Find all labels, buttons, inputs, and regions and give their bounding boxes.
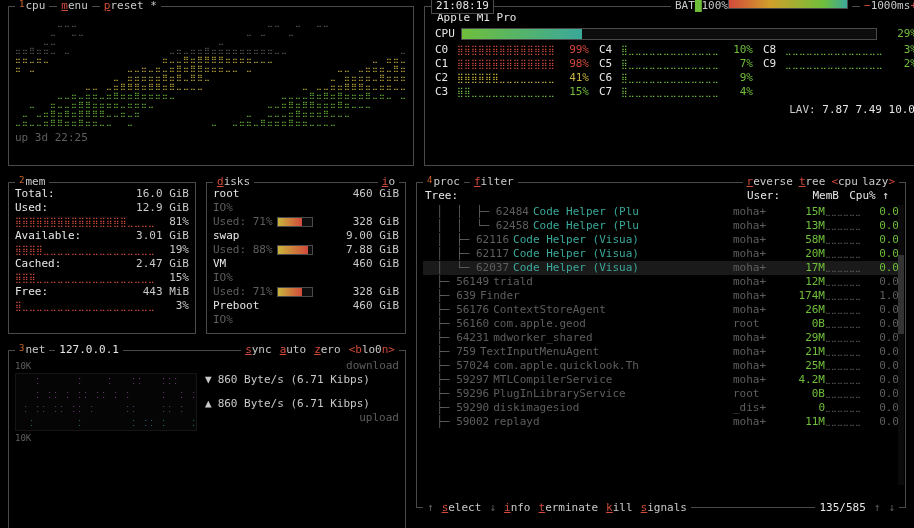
proc-index: 4 bbox=[427, 173, 432, 187]
disks-hotkey[interactable]: d bbox=[217, 175, 224, 189]
mem-bar: ⣿⣿⣿⣿⣀⣀⣀⣀⣀⣀⣀⣀⣀⣀⣀⣀⣀⣀⣀⣀19% bbox=[15, 243, 189, 257]
proc-row[interactable]: │ │ ├─ 62484Code Helper (Plumoha+15M⣀⣀⣀⣀… bbox=[423, 205, 899, 219]
proc-row[interactable]: ├─ 56160com.apple.geodroot0B⣀⣀⣀⣀⣀⣀0.0 bbox=[423, 317, 899, 331]
core-row: C5⣿⣀⣀⣀⣀⣀⣀⣀⣀⣀⣀⣀⣀⣀7% bbox=[599, 57, 753, 71]
battery-pct: 100% bbox=[702, 0, 729, 13]
proc-scroll-thumb[interactable] bbox=[898, 255, 904, 333]
mem-bar: ⣿⣿⣿⣀⣀⣀⣀⣀⣀⣀⣀⣀⣀⣀⣀⣀⣀⣀⣀⣀15% bbox=[15, 271, 189, 285]
proc-row[interactable]: ├─ 59296PlugInLibraryServiceroot0B⣀⣀⣀⣀⣀⣀… bbox=[423, 387, 899, 401]
proc-sort-col[interactable]: cpu bbox=[838, 175, 858, 189]
cpu-agg-pct: 29% bbox=[883, 27, 914, 41]
proc-row[interactable]: │ └─ 62037Code Helper (Visua)moha+17M⣀⣀⣀… bbox=[423, 261, 899, 275]
proc-reverse[interactable]: everse bbox=[753, 175, 793, 188]
proc-body[interactable]: │ │ ├─ 62484Code Helper (Plumoha+15M⣀⣀⣀⣀… bbox=[423, 205, 899, 485]
menu-hotkey[interactable]: m bbox=[61, 0, 68, 13]
mem-index: 2 bbox=[19, 173, 24, 187]
proc-sort-next[interactable]: > bbox=[888, 175, 895, 189]
proc-tree-hotkey[interactable]: t bbox=[799, 175, 806, 188]
proc-row[interactable]: ├─ 639Findermoha+174M⣀⣀⣀⣀⣀⣀1.0 bbox=[423, 289, 899, 303]
proc-col-tree[interactable]: Tree: bbox=[425, 189, 747, 203]
lav-label: LAV: bbox=[789, 103, 816, 116]
core-row: C3⣿⣿⣀⣀⣀⣀⣀⣀⣀⣀⣀⣀⣀⣀15% bbox=[435, 85, 589, 99]
proc-info-hotkey[interactable]: i bbox=[504, 501, 511, 514]
net-sync[interactable]: ync bbox=[252, 343, 272, 357]
disk-body: root460 GiBIO%Used: 71%328 GiBswap9.00 G… bbox=[213, 187, 399, 327]
proc-select-up[interactable]: ↑ bbox=[423, 501, 438, 515]
proc-row[interactable]: ├─ 59290diskimagesiod_dis+0⣀⣀⣀⣀⣀⣀0.0 bbox=[423, 401, 899, 415]
proc-row[interactable]: │ ├─ 62117Code Helper (Visua)moha+20M⣀⣀⣀… bbox=[423, 247, 899, 261]
proc-row[interactable]: ├─ 56176ContextStoreAgentmoha+26M⣀⣀⣀⣀⣀⣀0… bbox=[423, 303, 899, 317]
proc-sort-prev[interactable]: < bbox=[831, 175, 838, 189]
cpu-agg-bar bbox=[461, 28, 877, 40]
mem-row: Total:16.0 GiB bbox=[15, 187, 189, 201]
disk-row: VM460 GiB bbox=[213, 257, 399, 271]
proc-scrollbar[interactable] bbox=[898, 205, 904, 485]
net-iface-next[interactable]: n> bbox=[382, 343, 395, 357]
proc-filter[interactable]: ilter bbox=[481, 175, 514, 189]
proc-row[interactable]: ├─ 59002replaydmoha+11M⣀⣀⣀⣀⣀⣀0.0 bbox=[423, 415, 899, 429]
proc-page-down[interactable]: ↓ bbox=[884, 501, 899, 515]
proc-col-mem[interactable]: MemB bbox=[795, 189, 839, 203]
proc-row[interactable]: ├─ 57024com.apple.quicklook.Thmoha+25M⣀⣀… bbox=[423, 359, 899, 373]
cpu-panel: 1 cpu menu preset * ⠀⠀⠀⠀⠀⠀⣀⣀⣀⠀⠀⠀⠀⠀⠀⠀⠀⠀⠀⠀… bbox=[8, 6, 414, 166]
proc-row[interactable]: ├─ 56149trialdmoha+12M⣀⣀⣀⣀⣀⣀0.0 bbox=[423, 275, 899, 289]
net-sync-hotkey[interactable]: s bbox=[245, 343, 252, 357]
proc-row[interactable]: │ ├─ 62116Code Helper (Visua)moha+58M⣀⣀⣀… bbox=[423, 233, 899, 247]
net-iface: lo0 bbox=[362, 343, 382, 357]
cpu-title: cpu bbox=[25, 0, 45, 13]
proc-sort-mode[interactable]: lazy bbox=[862, 175, 889, 189]
battery-glyph: █ bbox=[695, 0, 702, 13]
preset-hotkey[interactable]: p bbox=[104, 0, 111, 13]
preset-label[interactable]: reset * bbox=[110, 0, 156, 13]
proc-info[interactable]: nfo bbox=[511, 501, 531, 514]
net-index: 3 bbox=[19, 341, 24, 355]
proc-row[interactable]: ├─ 759TextInputMenuAgentmoha+21M⣀⣀⣀⣀⣀⣀0.… bbox=[423, 345, 899, 359]
update-ms-dec[interactable]: − bbox=[864, 0, 871, 13]
proc-page-up[interactable]: ↑ bbox=[870, 501, 885, 515]
proc-col-cpu[interactable]: Cpu% ↑ bbox=[839, 189, 899, 203]
mem-row: Available:3.01 GiB bbox=[15, 229, 189, 243]
net-scale-bot: 10K bbox=[15, 431, 197, 445]
proc-tree[interactable]: ree bbox=[806, 175, 826, 188]
proc-row[interactable]: ├─ 64231mdworker_sharedmoha+29M⣀⣀⣀⣀⣀⣀0.0 bbox=[423, 331, 899, 345]
mem-bar: ⣿⣿⣿⣿⣿⣿⣿⣿⣿⣿⣿⣿⣿⣿⣿⣿⣀⣀⣀⣀81% bbox=[15, 215, 189, 229]
net-auto-hotkey[interactable]: a bbox=[280, 343, 287, 357]
proc-select-down[interactable]: ↓ bbox=[485, 501, 500, 515]
upload-icon: ▲ bbox=[205, 397, 212, 411]
io-hotkey[interactable]: i bbox=[382, 175, 389, 189]
proc-col-user[interactable]: User: bbox=[747, 189, 795, 203]
net-graph: 10K ⠀⠀⠀⢈⠀⠀⠀⠀⠀⠀⢈⠀⠀⠀⠀⢈⠀⠀⠀⢈⢈⠀⠀⠀⢈⢈⢈⠀⠀⠀⠀⠀⠀⢈⠀⢈… bbox=[15, 359, 197, 445]
proc-filter-hotkey[interactable]: f bbox=[474, 175, 481, 189]
mem-title: mem bbox=[25, 175, 45, 189]
net-ip: 127.0.0.1 bbox=[55, 343, 123, 357]
proc-title: proc bbox=[433, 175, 460, 189]
disk-row: swap9.00 GiB bbox=[213, 229, 399, 243]
net-iface-prev[interactable]: <b bbox=[349, 343, 362, 357]
proc-kill-hotkey[interactable]: k bbox=[606, 501, 613, 514]
menu-label[interactable]: enu bbox=[68, 0, 88, 13]
cpu-history-graph: ⠀⠀⠀⠀⠀⠀⣀⣀⣀⠀⠀⠀⠀⠀⠀⠀⠀⠀⠀⠀⠀⠀⠀⠀⠀⠀⠀⠀⠀⠀⠀⠀⠀⠀⠀⠀⣀⣀⠀⠀… bbox=[15, 17, 407, 127]
proc-signals[interactable]: ignals bbox=[647, 501, 687, 514]
disk-used-row: Used: 71%328 GiB bbox=[213, 215, 399, 229]
disks-title: isks bbox=[224, 175, 251, 189]
proc-row[interactable]: │ │ └─ 62458Code Helper (Plumoha+13M⣀⣀⣀⣀… bbox=[423, 219, 899, 233]
download-value: 860 Byte/s (6.71 Kibps) bbox=[218, 373, 370, 387]
disk-used-row: Used: 71%328 GiB bbox=[213, 285, 399, 299]
proc-kill[interactable]: ill bbox=[613, 501, 633, 514]
update-ms-inc[interactable]: + bbox=[910, 0, 914, 13]
proc-select[interactable]: elect bbox=[448, 501, 481, 514]
disk-row: Preboot460 GiB bbox=[213, 299, 399, 313]
net-zero-hotkey[interactable]: z bbox=[314, 343, 321, 357]
proc-terminate[interactable]: erminate bbox=[545, 501, 598, 514]
cpu-model: Apple M1 Pro bbox=[431, 11, 914, 25]
net-auto[interactable]: uto bbox=[286, 343, 306, 357]
mem-row: Free:443 MiB bbox=[15, 285, 189, 299]
proc-row[interactable]: ├─ 59297MTLCompilerServicemoha+4.2M⣀⣀⣀⣀⣀… bbox=[423, 373, 899, 387]
net-scale-top: 10K bbox=[15, 359, 197, 373]
disk-row: IO% bbox=[213, 201, 399, 215]
disk-used-row: Used: 88%7.88 GiB bbox=[213, 243, 399, 257]
net-zero[interactable]: ero bbox=[321, 343, 341, 357]
mem-panel: 2 mem Total:16.0 GiBUsed:12.9 GiB⣿⣿⣿⣿⣿⣿⣿… bbox=[8, 182, 196, 334]
cpu-agg-label: CPU bbox=[435, 27, 455, 41]
download-icon: ▼ bbox=[205, 373, 212, 387]
